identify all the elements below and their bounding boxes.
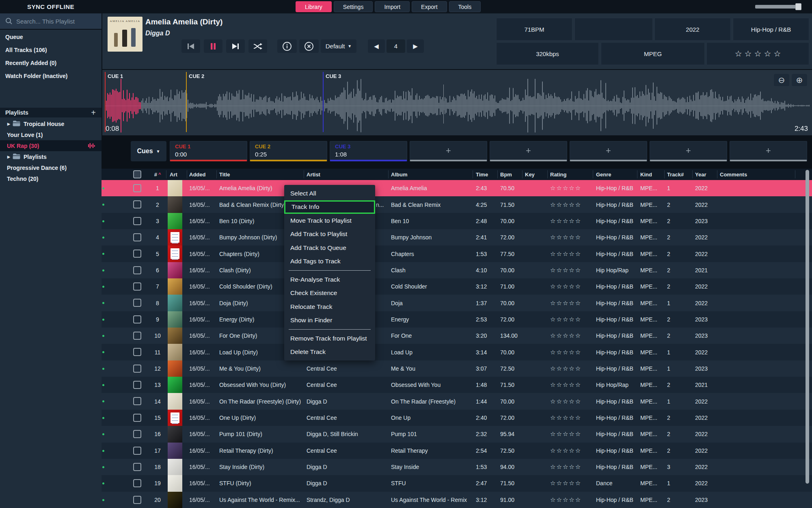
- column-header-time[interactable]: Time: [476, 169, 494, 180]
- menu-item-check-existence[interactable]: Check Existence: [284, 287, 375, 300]
- menu-item-add-track-to-queue[interactable]: Add Track to Queue: [284, 241, 375, 255]
- row-checkbox[interactable]: [133, 315, 141, 323]
- table-row[interactable]: 1216/05/...Me & You (Dirty)Central CeeMe…: [102, 360, 812, 377]
- menu-item-show-in-finder[interactable]: Show in Finder: [284, 314, 375, 328]
- tab-settings[interactable]: Settings: [334, 1, 373, 12]
- row-checkbox[interactable]: [133, 299, 141, 307]
- row-checkbox[interactable]: [133, 200, 141, 208]
- column-header-track[interactable]: Track#: [667, 169, 688, 180]
- table-row[interactable]: 1916/05/...STFU (Dirty)Digga DSTFU2:4771…: [102, 475, 812, 491]
- menu-item-select-all[interactable]: Select All: [284, 187, 375, 200]
- row-checkbox[interactable]: [133, 250, 141, 258]
- table-row[interactable]: 116/05/...Amelia Amelia (Dirty)Amelia Am…: [102, 180, 812, 196]
- pause-button[interactable]: [204, 39, 222, 53]
- table-row[interactable]: 416/05/...Bumpy Johnson (Dirty)Bumpy Joh…: [102, 229, 812, 245]
- table-row[interactable]: 516/05/...Chapters (Dirty)Chapters1:5377…: [102, 245, 812, 262]
- row-checkbox[interactable]: [133, 397, 141, 405]
- cancel-button[interactable]: [299, 39, 319, 53]
- row-checkbox[interactable]: [133, 447, 141, 455]
- empty-cue-pad[interactable]: +: [410, 141, 487, 161]
- menu-item-remove-track-from-playlist[interactable]: Remove Track from Playlist: [284, 332, 375, 345]
- waveform-canvas[interactable]: [102, 70, 812, 135]
- column-header-album[interactable]: Album: [391, 169, 472, 180]
- empty-cue-pad[interactable]: +: [570, 141, 647, 161]
- column-header-added[interactable]: Added: [189, 169, 216, 180]
- playlist-techno-20-[interactable]: Techno (20): [0, 173, 102, 184]
- next-track-button[interactable]: [226, 39, 245, 53]
- year-field[interactable]: 2022: [654, 18, 731, 41]
- playlist-playlists[interactable]: ▶Playlists: [0, 151, 102, 162]
- column-header-kind[interactable]: Kind: [640, 169, 661, 180]
- column-header-key[interactable]: Key: [525, 169, 543, 180]
- empty-cue-pad[interactable]: +: [730, 141, 807, 161]
- empty-cue-pad[interactable]: +: [650, 141, 727, 161]
- table-row[interactable]: 1416/05/...On The Radar (Freestyle) (Dir…: [102, 393, 812, 409]
- menu-item-add-track-to-playlist[interactable]: Add Track to Playlist: [284, 228, 375, 241]
- expander-icon[interactable]: ▶: [7, 155, 11, 159]
- table-row[interactable]: 916/05/...Energy (Dirty)Energy2:5372.00☆…: [102, 311, 812, 328]
- previous-track-button[interactable]: [181, 39, 200, 53]
- table-row[interactable]: 1116/05/...Load Up (Dirty)Load Up3:1470.…: [102, 344, 812, 360]
- column-header-comments[interactable]: Comments: [720, 169, 793, 180]
- preset-dropdown[interactable]: Default ▼: [321, 39, 356, 53]
- cue-pad-2[interactable]: CUE 20:25: [250, 141, 327, 161]
- row-checkbox[interactable]: [133, 430, 141, 438]
- bpm-field[interactable]: 71BPM: [496, 18, 572, 41]
- table-row[interactable]: 716/05/...Cold Shoulder (Dirty)Cold Shou…: [102, 278, 812, 295]
- add-playlist-button[interactable]: +: [91, 108, 96, 117]
- playlist-tropical-house[interactable]: ▶Tropical House: [0, 118, 102, 129]
- tab-export[interactable]: Export: [412, 1, 447, 12]
- page-next-button[interactable]: ▶: [407, 39, 424, 53]
- column-header-num[interactable]: #^: [149, 169, 166, 180]
- empty-cue-pad[interactable]: +: [490, 141, 567, 161]
- row-checkbox[interactable]: [133, 381, 141, 389]
- table-row[interactable]: 2016/05/...Us Against The World - Remix.…: [102, 492, 812, 508]
- search-input[interactable]: [16, 18, 93, 25]
- menu-item-add-tags-to-track[interactable]: Add Tags to Track: [284, 255, 375, 269]
- column-header-genre[interactable]: Genre: [596, 169, 637, 180]
- select-all-checkbox[interactable]: [133, 170, 141, 178]
- cue-pad-3[interactable]: CUE 31:08: [330, 141, 407, 161]
- waveform-zoom-out-button[interactable]: ⊖: [774, 74, 789, 86]
- table-row[interactable]: 216/05/...Bad & Clean Remix (Dirty)n...B…: [102, 196, 812, 213]
- row-checkbox[interactable]: [133, 463, 141, 471]
- row-checkbox[interactable]: [133, 266, 141, 274]
- column-header-bpm[interactable]: Bpm: [500, 169, 521, 180]
- menu-item-re-analyse-track[interactable]: Re-Analyse Track: [284, 273, 375, 287]
- tab-import[interactable]: Import: [375, 1, 410, 12]
- sidebar-item-watch[interactable]: Watch Folder (Inactive): [0, 69, 102, 82]
- genre-field[interactable]: Hip-Hop / R&B: [733, 18, 809, 41]
- shuffle-button[interactable]: [248, 39, 267, 53]
- track-info-button[interactable]: [277, 39, 297, 53]
- playlist-your-love-1-[interactable]: Your Love (1): [0, 129, 102, 140]
- cues-dropdown[interactable]: Cues ▼: [131, 141, 166, 161]
- table-row[interactable]: 1016/05/...For One (Dirty)For One3:20134…: [102, 328, 812, 344]
- search-bar[interactable]: [0, 13, 102, 30]
- menu-item-relocate-track[interactable]: Relocate Track: [284, 300, 375, 314]
- row-checkbox[interactable]: [133, 217, 141, 225]
- row-checkbox[interactable]: [133, 332, 141, 340]
- table-row[interactable]: 816/05/...Doja (Dirty)Doja1:3770.00☆☆☆☆☆…: [102, 295, 812, 311]
- row-checkbox[interactable]: [133, 233, 141, 241]
- table-row[interactable]: 1316/05/...Obsessed With You (Dirty)Cent…: [102, 377, 812, 393]
- waveform-panel[interactable]: CUE 1CUE 2CUE 3 0:08 2:43 ⊖ ⊕: [102, 70, 812, 135]
- menu-item-track-info[interactable]: Track Info: [284, 200, 375, 214]
- table-row[interactable]: 1716/05/...Retail Therapy (Dirty)Central…: [102, 443, 812, 459]
- row-checkbox[interactable]: [133, 365, 141, 373]
- row-checkbox[interactable]: [133, 496, 141, 504]
- key-field[interactable]: [574, 18, 653, 41]
- playlists-header[interactable]: Playlists +: [0, 108, 102, 117]
- column-header-year[interactable]: Year: [695, 169, 715, 180]
- expander-icon[interactable]: ▶: [7, 122, 11, 126]
- table-row[interactable]: 616/05/...Clash (Dirty)Clash4:1070.00☆☆☆…: [102, 262, 812, 278]
- row-checkbox[interactable]: [133, 184, 141, 192]
- cue-pad-1[interactable]: CUE 10:00: [170, 141, 247, 161]
- sidebar-item-recently[interactable]: Recently Added (0): [0, 56, 102, 69]
- waveform-zoom-in-button[interactable]: ⊕: [792, 74, 807, 86]
- playlist-uk-rap-30-[interactable]: UK Rap (30): [0, 140, 102, 151]
- row-checkbox[interactable]: [133, 479, 141, 487]
- table-row[interactable]: 316/05/...Ben 10 (Dirty)Ben 102:4870.00☆…: [102, 213, 812, 229]
- zoom-slider[interactable]: [755, 5, 801, 9]
- playlist-progressive-dance-6-[interactable]: Progressive Dance (6): [0, 162, 102, 173]
- row-checkbox[interactable]: [133, 282, 141, 291]
